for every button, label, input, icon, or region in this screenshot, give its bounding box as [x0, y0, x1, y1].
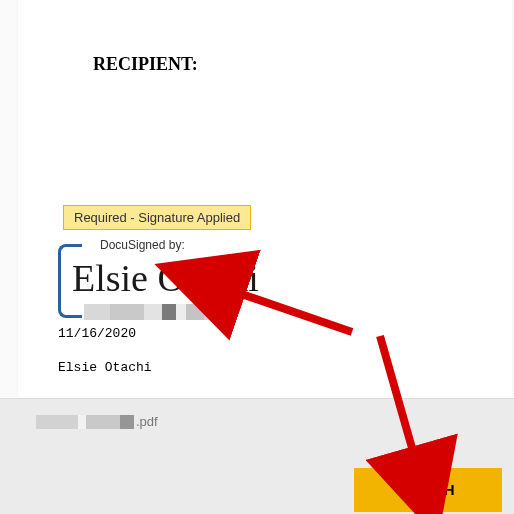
docusign-label: DocuSigned by:	[100, 238, 185, 252]
signature-script: Elsie Otachi	[72, 256, 259, 300]
document-page: RECIPIENT: Required - Signature Applied …	[18, 0, 512, 398]
signer-name: Elsie Otachi	[58, 360, 152, 375]
file-name-row[interactable]: .pdf	[36, 414, 158, 429]
file-name-redacted	[36, 415, 134, 429]
recipient-heading: RECIPIENT:	[93, 54, 198, 75]
signature-id-redacted	[84, 304, 250, 320]
signature-date: 11/16/2020	[58, 326, 136, 341]
signature-tooltip: Required - Signature Applied	[63, 205, 251, 230]
signature-block[interactable]: DocuSigned by: Elsie Otachi	[58, 238, 288, 328]
file-extension: .pdf	[136, 414, 158, 429]
finish-button[interactable]: FINISH	[354, 468, 502, 512]
